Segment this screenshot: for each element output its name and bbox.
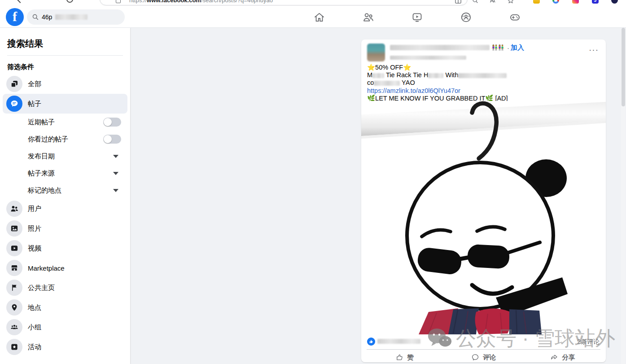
videos-icon [6, 240, 22, 256]
post-line-code: co YAO [367, 79, 600, 87]
post-meta-row [390, 53, 466, 61]
search-page-icon[interactable] [472, 0, 478, 4]
group-name-redacted[interactable] [390, 45, 490, 50]
post-image-tie-hanger[interactable] [361, 101, 606, 334]
extension-notes-icon[interactable] [533, 0, 540, 4]
sidebar-item-label: 照片 [28, 224, 41, 233]
url-text: https://www.facebook.com/search/posts/?q… [129, 0, 273, 4]
post-header: 👫👫 · 加入 ··· [361, 39, 606, 61]
sidebar-item-label: Marketplace [28, 264, 65, 272]
post-card: 👫👫 · 加入 ··· ⭐50% OFF⭐ M Tie Rack Tie H W… [361, 39, 606, 362]
redacted-text [458, 73, 507, 78]
font-size-icon[interactable] [489, 0, 495, 4]
group-name-emojis: 👫👫 [491, 44, 504, 51]
search-query-redacted [55, 14, 88, 20]
seen-posts-toggle[interactable] [103, 135, 121, 144]
search-query-text: 46p [42, 13, 52, 21]
like-button[interactable]: 赞 [365, 351, 444, 364]
separator-dot: · [507, 44, 509, 52]
gaming-tab-icon[interactable] [509, 11, 521, 23]
share-button[interactable]: 分享 [523, 351, 602, 364]
text-fragment: M [367, 71, 372, 79]
text-fragment: With [445, 71, 458, 79]
sidebar-item-videos[interactable]: 视频 [3, 238, 127, 258]
filter-tagged-location[interactable]: 标记的地点 [3, 182, 127, 199]
sidebar-item-posts[interactable]: 帖子 [3, 94, 127, 114]
recent-posts-toggle[interactable] [103, 118, 121, 127]
sidebar-item-places[interactable]: 地点 [3, 298, 127, 317]
search-results-sidebar: 搜索结果 筛选条件 全部 帖子 近期帖子 你看过的帖子 发布日期 帖子来源 标记… [0, 28, 130, 364]
browser-back-icon[interactable] [16, 0, 25, 3]
sidebar-item-users[interactable]: 用户 [3, 199, 127, 219]
filter-seen-posts: 你看过的帖子 [3, 131, 127, 148]
users-icon [6, 201, 22, 217]
extension-profile-icon[interactable] [611, 0, 618, 4]
facebook-header: f 46p [0, 6, 626, 28]
chevron-down-icon [113, 172, 118, 175]
post-line-product: M Tie Rack Tie H With [367, 71, 600, 79]
filter-label: 你看过的帖子 [28, 135, 103, 144]
post-line-link: https://amzlink.to/az0l6QlYu47or [367, 87, 600, 95]
filter-date-posted[interactable]: 发布日期 [3, 148, 127, 165]
sidebar-item-groups[interactable]: 小组 [3, 317, 127, 337]
extension-chrome-icon[interactable] [552, 0, 559, 4]
redacted-text [372, 73, 384, 78]
share-label: 分享 [562, 353, 575, 362]
sidebar-item-label: 帖子 [28, 100, 41, 108]
page-info-icon[interactable] [116, 0, 121, 3]
like-label: 赞 [407, 353, 414, 362]
search-icon [32, 14, 39, 20]
group-avatar[interactable] [367, 44, 385, 61]
divider [7, 55, 123, 56]
favorite-star-icon[interactable] [508, 0, 514, 4]
toggle-knob [104, 118, 112, 126]
home-tab-icon[interactable] [313, 11, 325, 23]
groups-tab-icon[interactable] [460, 11, 472, 23]
marketplace-icon [6, 260, 22, 276]
sidebar-item-photos[interactable]: 照片 [3, 219, 127, 238]
extension-j-icon[interactable]: J [592, 0, 599, 4]
sidebar-item-label: 地点 [28, 303, 41, 312]
filter-recent-posts: 近期帖子 [3, 114, 127, 131]
join-group-link[interactable]: 加入 [511, 44, 524, 52]
like-names-redacted[interactable] [377, 339, 420, 344]
toggle-knob [104, 135, 112, 143]
comments-count[interactable]: 2条评论 [577, 338, 600, 346]
sidebar-item-label: 视频 [28, 244, 41, 253]
browser-refresh-icon[interactable] [66, 0, 73, 3]
watch-tab-icon[interactable] [411, 11, 423, 23]
sidebar-item-all[interactable]: 全部 [3, 74, 127, 94]
post-menu-button[interactable]: ··· [589, 45, 599, 55]
browser-toolbar: https://www.facebook.com/search/posts/?q… [0, 0, 626, 6]
friends-tab-icon[interactable] [362, 11, 374, 23]
like-reaction-icon[interactable] [367, 338, 375, 346]
text-fragment: co [367, 79, 374, 86]
sidebar-item-label: 全部 [28, 80, 41, 88]
post-line-offer: ⭐50% OFF⭐ [367, 64, 600, 71]
filter-posts-from[interactable]: 帖子来源 [3, 165, 127, 182]
sidebar-item-events[interactable]: 活动 [3, 337, 127, 357]
sidebar-item-marketplace[interactable]: Marketplace [3, 258, 127, 278]
events-icon [6, 339, 22, 355]
posts-icon [6, 96, 22, 112]
filter-label: 发布日期 [28, 152, 113, 161]
search-input[interactable]: 46p [27, 9, 125, 25]
text-fragment: YAO [402, 79, 415, 86]
comment-button[interactable]: 评论 [444, 351, 523, 364]
sidebar-item-label: 活动 [28, 343, 41, 351]
facebook-nav [313, 6, 521, 28]
extension-gradient-icon[interactable] [572, 0, 579, 4]
places-pin-icon [6, 299, 22, 316]
sidebar-item-label: 用户 [28, 205, 41, 213]
filter-label: 近期帖子 [28, 118, 103, 127]
sidebar-item-label: 小组 [28, 323, 41, 332]
chevron-down-icon [113, 189, 118, 192]
split-view-icon[interactable] [455, 0, 461, 4]
sidebar-item-pages[interactable]: 公共主页 [3, 278, 127, 298]
amazon-link[interactable]: https://amzlink.to/az0l6QlYu47or [367, 87, 460, 94]
url-path: /search/posts/?q=46phuyao [201, 0, 273, 4]
scrollbar-thumb[interactable] [622, 28, 625, 106]
facebook-logo[interactable]: f [6, 8, 24, 26]
feed-scrollbar[interactable] [621, 28, 626, 364]
redacted-text [428, 73, 443, 78]
